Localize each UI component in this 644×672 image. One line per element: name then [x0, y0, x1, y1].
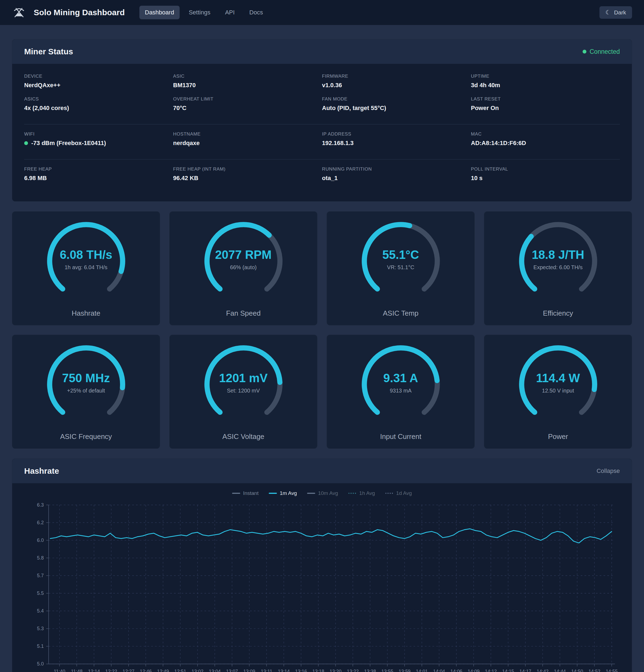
hashrate-chart-header: Hashrate Collapse	[12, 459, 632, 483]
gauge-card-fan-speed: 2077 RPM66% (auto)Fan Speed	[169, 211, 318, 325]
gauge-asic-voltage: 1201 mVSet: 1200 mV	[201, 342, 286, 427]
wifi-signal-dot-icon	[24, 141, 28, 145]
status-label: ASIC	[173, 74, 322, 79]
svg-text:14:01: 14:01	[416, 669, 428, 672]
svg-text:13:11: 13:11	[261, 669, 272, 672]
legend-item-1d-avg[interactable]: 1d Avg	[385, 490, 412, 496]
status-cell-asics: ASICS4x (2,040 cores)	[24, 96, 173, 112]
status-label: UPTIME	[471, 74, 620, 79]
status-value: 96.42 KB	[173, 175, 322, 182]
svg-text:5.3: 5.3	[37, 626, 44, 631]
svg-text:14:12: 14:12	[485, 669, 497, 672]
status-value: Power On	[471, 105, 620, 112]
gauge-efficiency: 18.8 J/THExpected: 6.00 TH/s	[516, 219, 600, 303]
svg-text:13:38: 13:38	[364, 669, 376, 672]
status-cell-running-partition: RUNNING PARTITIONota_1	[322, 167, 471, 182]
svg-text:6.2: 6.2	[37, 520, 44, 525]
gauge-value: 1201 mV	[219, 371, 268, 385]
legend-swatch	[385, 493, 393, 494]
legend-swatch	[232, 493, 240, 494]
status-label: OVERHEAT LIMIT	[173, 96, 322, 102]
svg-text:13:18: 13:18	[312, 669, 324, 672]
status-value: 3d 4h 40m	[471, 82, 620, 89]
gauge-grid: 6.08 TH/s1h avg: 6.04 TH/sHashrate2077 R…	[12, 211, 632, 449]
app-title: Solo Mining Dashboard	[34, 8, 125, 17]
gauge-center-text: 9.31 A9313 mA	[358, 342, 443, 427]
svg-text:12:27: 12:27	[122, 669, 134, 672]
miner-status-card: Miner Status Connected DEVICENerdQAxe++A…	[12, 39, 632, 202]
gauge-card-efficiency: 18.8 J/THExpected: 6.00 TH/sEfficiency	[484, 211, 632, 325]
status-value: 6.98 MB	[24, 175, 173, 182]
svg-text:12:22: 12:22	[105, 669, 117, 672]
legend-item-1m-avg[interactable]: 1m Avg	[269, 490, 297, 496]
legend-label: Instant	[243, 490, 259, 496]
tab-docs[interactable]: Docs	[244, 6, 269, 19]
status-label: HOSTNAME	[173, 131, 322, 137]
legend-item-instant[interactable]: Instant	[232, 490, 259, 496]
gauge-fan-speed: 2077 RPM66% (auto)	[201, 219, 286, 303]
gauge-asic-frequency: 750 MHz+25% of default	[44, 342, 129, 427]
theme-toggle-label: Dark	[614, 9, 626, 16]
status-cell-poll-interval: POLL INTERVAL10 s	[471, 167, 620, 182]
svg-text:13:02: 13:02	[192, 669, 204, 672]
tab-api[interactable]: API	[219, 6, 240, 19]
status-value: Auto (PID, target 55°C)	[322, 105, 471, 112]
status-cell-ip-address: IP ADDRESS192.168.1.3	[322, 131, 471, 147]
legend-label: 1m Avg	[279, 490, 297, 496]
gauge-subtitle: VR: 51.1°C	[387, 264, 414, 271]
gauge-asic-temp: 55.1°CVR: 51.1°C	[358, 219, 443, 303]
gauge-subtitle: 66% (auto)	[230, 264, 257, 271]
gauge-subtitle: 1h avg: 6.04 TH/s	[65, 264, 108, 271]
status-label: ASICS	[24, 96, 173, 102]
status-label: IP ADDRESS	[322, 131, 471, 137]
gauge-card-asic-voltage: 1201 mVSet: 1200 mVASIC Voltage	[169, 335, 318, 449]
status-cell-firmware: FIRMWAREv1.0.36	[322, 74, 471, 89]
gauge-label: ASIC Temp	[383, 309, 418, 317]
gauge-center-text: 6.08 TH/s1h avg: 6.04 TH/s	[44, 219, 129, 303]
legend-item-1h-avg[interactable]: 1h Avg	[348, 490, 375, 496]
nav-tabs: DashboardSettingsAPIDocs	[140, 6, 592, 19]
status-cell-overheat-limit: OVERHEAT LIMIT70°C	[173, 96, 322, 112]
status-value: -73 dBm (Freebox-1E0411)	[24, 140, 173, 147]
svg-text:12:51: 12:51	[175, 669, 187, 672]
hashrate-chart-title: Hashrate	[24, 466, 59, 476]
status-group: WIFI-73 dBm (Freebox-1E0411)HOSTNAMEnerd…	[24, 124, 620, 159]
status-label: FIRMWARE	[322, 74, 471, 79]
legend-item-10m-avg[interactable]: 10m Avg	[307, 490, 338, 496]
connection-status-badge: Connected	[583, 48, 620, 56]
status-row: DEVICENerdQAxe++ASICBM1370FIRMWAREv1.0.3…	[24, 74, 620, 89]
svg-text:13:09: 13:09	[243, 669, 255, 672]
svg-text:13:04: 13:04	[209, 669, 221, 672]
status-cell-hostname: HOSTNAMEnerdqaxe	[173, 131, 322, 147]
theme-toggle-button[interactable]: ☾ Dark	[599, 6, 632, 19]
gauge-hashrate: 6.08 TH/s1h avg: 6.04 TH/s	[44, 219, 129, 303]
legend-swatch	[269, 493, 277, 494]
collapse-link[interactable]: Collapse	[596, 467, 620, 475]
legend-swatch	[307, 493, 315, 494]
svg-text:12:14: 12:14	[88, 669, 100, 672]
status-cell-mac: MACAD:A8:14:1D:F6:6D	[471, 131, 620, 147]
svg-text:5.4: 5.4	[37, 608, 44, 614]
svg-text:11:48: 11:48	[71, 669, 82, 672]
status-value: BM1370	[173, 82, 322, 89]
gauge-subtitle: +25% of default	[67, 388, 105, 394]
svg-text:6.0: 6.0	[37, 538, 44, 543]
svg-text:5.5: 5.5	[37, 590, 44, 596]
tab-dashboard[interactable]: Dashboard	[140, 6, 180, 19]
tab-settings[interactable]: Settings	[183, 6, 216, 19]
legend-swatch	[348, 493, 357, 494]
svg-text:13:14: 13:14	[278, 669, 290, 672]
status-label: FREE HEAP	[24, 167, 173, 172]
status-value: 4x (2,040 cores)	[24, 105, 173, 112]
gauge-card-input-current: 9.31 A9313 mAInput Current	[326, 335, 475, 449]
svg-text:11:40: 11:40	[54, 669, 65, 672]
status-cell-last-reset: LAST RESETPower On	[471, 96, 620, 112]
gauge-card-power: 114.4 W12.50 V inputPower	[484, 335, 632, 449]
miner-status-body: DEVICENerdQAxe++ASICBM1370FIRMWAREv1.0.3…	[12, 64, 632, 201]
gauge-value: 114.4 W	[536, 371, 580, 385]
status-cell-device: DEVICENerdQAxe++	[24, 74, 173, 89]
gauge-label: Fan Speed	[226, 309, 261, 317]
gauge-value: 750 MHz	[62, 371, 110, 385]
status-label: LAST RESET	[471, 96, 620, 102]
miner-status-header: Miner Status Connected	[12, 39, 632, 64]
